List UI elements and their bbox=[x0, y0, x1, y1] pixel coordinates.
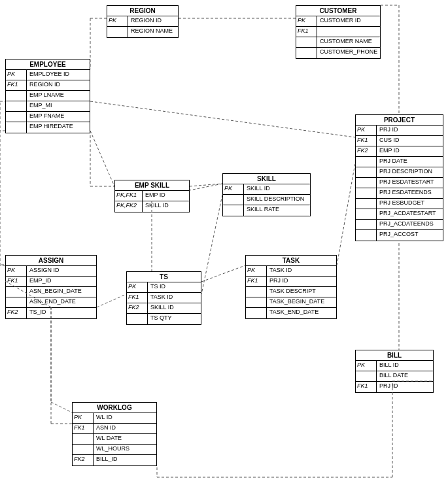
svg-line-4 bbox=[90, 101, 355, 137]
entity-region-title: REGION bbox=[107, 6, 178, 16]
entity-customer: CUSTOMER PKCUSTOMER ID FK1 CUSTOMER NAME… bbox=[296, 5, 381, 59]
entity-project: PROJECT PKPRJ ID FK1CUS ID FK2EMP ID PRJ… bbox=[355, 114, 443, 241]
entity-task: TASK PKTASK ID FK1PRJ ID TASK DESCRIPT T… bbox=[245, 255, 337, 319]
entity-skill: SKILL PKSKILL ID SKILL DESCRIPTION SKILL… bbox=[222, 173, 311, 216]
svg-line-10 bbox=[190, 184, 222, 186]
entity-employee-title: EMPLOYEE bbox=[6, 59, 90, 70]
entity-bill-title: BILL bbox=[356, 350, 433, 361]
svg-line-9 bbox=[201, 195, 222, 294]
entity-customer-title: CUSTOMER bbox=[296, 6, 380, 16]
entity-ts-title: TS bbox=[127, 272, 201, 282]
svg-line-5 bbox=[90, 131, 114, 186]
entity-project-title: PROJECT bbox=[356, 115, 443, 126]
entity-ts: TS PKTS ID FK1TASK ID FK2SKILL ID TS QTY bbox=[126, 271, 201, 325]
svg-line-15 bbox=[201, 265, 245, 282]
entity-worklog-title: WORKLOG bbox=[73, 403, 156, 413]
entity-assign: ASSIGN PKASSIGN ID FK1EMP_ID ASN_BEGIN_D… bbox=[5, 255, 97, 319]
entity-emp-skill: EMP SKILL PK,FK1EMP ID PK,FK2SKILL ID bbox=[114, 180, 190, 212]
svg-line-8 bbox=[190, 184, 222, 190]
entity-skill-title: SKILL bbox=[223, 174, 310, 184]
svg-line-16 bbox=[337, 163, 355, 265]
entity-region: REGION PKREGION ID REGION NAME bbox=[107, 5, 179, 38]
entity-employee: EMPLOYEE PKEMPLOYEE ID FK1REGION ID EMP … bbox=[5, 59, 90, 133]
erd-diagram: REGION PKREGION ID REGION NAME CUSTOMER … bbox=[0, 0, 448, 489]
entity-emp-skill-title: EMP SKILL bbox=[115, 180, 189, 191]
entity-task-title: TASK bbox=[246, 256, 336, 266]
svg-line-29 bbox=[51, 402, 72, 413]
entity-bill: BILL PKBILL ID BILL DATE FK1PRJ ID bbox=[355, 350, 434, 393]
entity-worklog: WORKLOG PKWL ID FK1ASN ID WL DATE WL_HOU… bbox=[72, 402, 157, 466]
svg-line-14 bbox=[97, 294, 126, 307]
entity-assign-title: ASSIGN bbox=[6, 256, 96, 266]
